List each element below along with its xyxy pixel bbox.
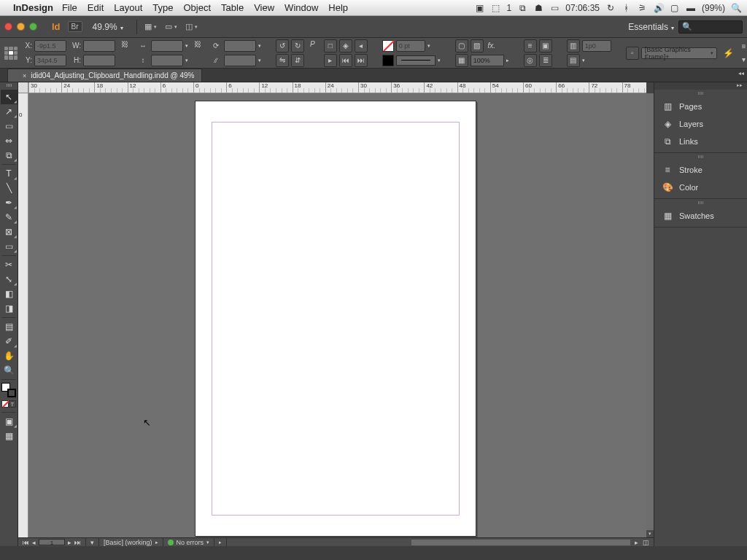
reference-point-selector[interactable]: [4, 47, 18, 60]
text-wrap-jump-button[interactable]: ≣: [539, 54, 552, 67]
scale-y-input[interactable]: [151, 55, 183, 66]
timemachine-icon[interactable]: ↻: [605, 3, 616, 13]
rectangle-tool[interactable]: ▭◢: [1, 239, 18, 254]
menu-help[interactable]: Help: [328, 2, 348, 13]
menu-window[interactable]: Window: [285, 2, 318, 13]
panel-pages[interactable]: ▥Pages: [654, 98, 747, 115]
page-number-input[interactable]: 1: [39, 539, 65, 545]
select-container-button[interactable]: □: [324, 39, 337, 52]
hscroll-right-button[interactable]: ▸: [635, 539, 638, 546]
ruler-origin-corner[interactable]: [18, 82, 28, 93]
eyedropper-tool[interactable]: ✐◢: [1, 334, 18, 349]
preflight-label[interactable]: No errors: [177, 539, 204, 546]
select-first-button[interactable]: ⏮: [339, 54, 352, 67]
hand-tool[interactable]: ✋: [1, 349, 18, 363]
help-search-input[interactable]: 🔍: [678, 20, 743, 34]
zoom-window-button[interactable]: [29, 23, 37, 31]
view-mode-preview-button[interactable]: ▦: [1, 429, 18, 443]
page-tool[interactable]: ▭: [1, 119, 18, 133]
direct-selection-tool[interactable]: ↗◢: [1, 104, 18, 119]
screencast-icon[interactable]: ▣: [475, 3, 485, 13]
volume-icon[interactable]: 🔊: [654, 3, 664, 13]
fill-swatch[interactable]: [382, 40, 394, 52]
vscroll-thumb[interactable]: [646, 93, 654, 537]
scissors-tool[interactable]: ✂: [1, 257, 18, 272]
formatting-text-button[interactable]: T: [9, 400, 16, 408]
w-input[interactable]: [83, 40, 115, 52]
keyboard-icon[interactable]: ▭: [549, 3, 560, 13]
view-options-button[interactable]: ▦▾: [143, 19, 159, 35]
gutter-input[interactable]: 1p0: [582, 40, 611, 52]
fill-stroke-selector[interactable]: T: [1, 383, 16, 397]
wifi-icon[interactable]: ⚞: [638, 3, 648, 13]
gradient-feather-tool[interactable]: ◨: [1, 301, 18, 316]
close-tab-button[interactable]: ×: [23, 72, 26, 79]
adobe-cc-icon[interactable]: ⬚: [491, 3, 501, 13]
vertical-ruler[interactable]: 0: [18, 93, 28, 537]
object-style-dropdown[interactable]: [Basic Graphics Frame]+▾: [641, 47, 717, 59]
horizontal-scrollbar[interactable]: [411, 540, 630, 545]
next-page-button[interactable]: ▸: [68, 539, 71, 546]
rotate-ccw-button[interactable]: ↺: [276, 39, 289, 52]
stroke-color-swatch[interactable]: [382, 55, 394, 66]
rectangle-frame-tool[interactable]: ⊠◢: [1, 225, 18, 239]
prev-page-button[interactable]: ◂: [32, 539, 36, 546]
flip-v-button[interactable]: ⇵: [291, 54, 304, 67]
corner-options-button[interactable]: ▢: [455, 39, 468, 52]
menu-file[interactable]: File: [62, 2, 77, 13]
select-next-button[interactable]: ▸: [324, 54, 337, 67]
color-profile-label[interactable]: [Basic] (working): [104, 539, 152, 546]
pencil-tool[interactable]: ✎◢: [1, 210, 18, 225]
clock[interactable]: 07:06:35: [565, 3, 600, 13]
screen-mode-button[interactable]: ▭▾: [163, 19, 179, 35]
panel-menu-button[interactable]: ≡: [738, 41, 747, 52]
constrain-scale-icon[interactable]: ⛓: [194, 38, 201, 50]
panel-stroke[interactable]: ≡Stroke: [654, 161, 747, 179]
y-input[interactable]: 34p4.5: [34, 55, 66, 66]
dropbox-icon[interactable]: ⧉: [517, 3, 527, 13]
menu-view[interactable]: View: [254, 2, 274, 13]
x-input[interactable]: -9p1.5: [34, 40, 66, 52]
horizontal-ruler[interactable]: 30241812606121824303642485460667278: [18, 82, 646, 93]
scroll-down-button[interactable]: ▾: [646, 530, 654, 537]
menu-object[interactable]: Object: [184, 2, 212, 13]
tabbar-collapse-buttons[interactable]: ◂◂: [738, 70, 744, 77]
stroke-style-dropdown[interactable]: [396, 55, 436, 66]
text-wrap-shape-button[interactable]: ◎: [524, 54, 537, 67]
rotate-input[interactable]: [224, 40, 256, 52]
split-view-button[interactable]: ◫: [643, 539, 649, 546]
sync-icon[interactable]: ☗: [533, 3, 543, 13]
panel-options-button[interactable]: ▾: [738, 54, 747, 66]
menu-edit[interactable]: Edit: [88, 2, 104, 13]
free-transform-tool[interactable]: ⤡◢: [1, 272, 18, 287]
zoom-tool[interactable]: 🔍: [1, 363, 18, 378]
collapse-dock-button[interactable]: ▸▸: [654, 82, 747, 90]
zoom-level-dropdown[interactable]: 49.9%▾: [93, 22, 123, 32]
panel-layers[interactable]: ◈Layers: [654, 115, 747, 133]
content-collector-tool[interactable]: ⧉◢: [1, 148, 18, 163]
vertical-scrollbar[interactable]: ▴ ▾: [646, 93, 654, 537]
battery-icon[interactable]: ▬: [686, 3, 696, 13]
page-1[interactable]: [195, 101, 476, 537]
menu-layout[interactable]: Layout: [114, 2, 142, 13]
panel-color[interactable]: 🎨Color: [654, 179, 747, 196]
opacity-input[interactable]: 100%: [471, 55, 504, 66]
gap-tool[interactable]: ⇔: [1, 133, 18, 148]
note-tool[interactable]: ▤: [1, 319, 18, 334]
type-tool[interactable]: T◢: [1, 166, 18, 181]
selection-tool[interactable]: ↖◢: [1, 90, 18, 104]
line-tool[interactable]: ╲: [1, 181, 18, 195]
panel-swatches[interactable]: ▦Swatches: [654, 207, 747, 225]
flip-h-button[interactable]: ⇋: [276, 54, 289, 67]
text-wrap-none-button[interactable]: ≡: [524, 39, 537, 52]
menu-table[interactable]: Table: [221, 2, 244, 13]
text-wrap-bbox-button[interactable]: ▣: [539, 39, 552, 52]
bridge-button[interactable]: Br: [68, 21, 82, 32]
quick-apply-button[interactable]: ⚡: [723, 48, 734, 58]
select-prev-button[interactable]: ◂: [355, 39, 368, 52]
document-tab[interactable]: × idid04_Adjusting_Clipboard_Handling.in…: [7, 69, 202, 82]
fx-button[interactable]: fx.: [486, 40, 498, 52]
pen-tool[interactable]: ✒◢: [1, 195, 18, 210]
select-last-button[interactable]: ⏭: [355, 54, 368, 67]
rotate-cw-button[interactable]: ↻: [291, 39, 304, 52]
